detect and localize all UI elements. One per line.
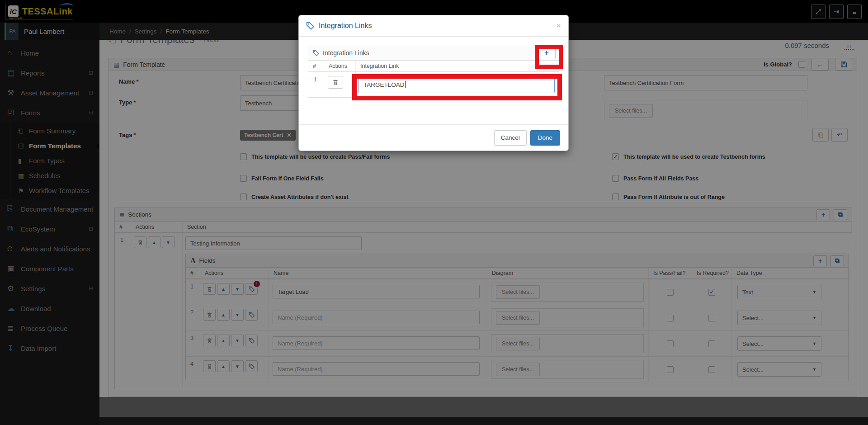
text-cursor	[405, 81, 406, 88]
panel-title: Integration Links	[323, 49, 369, 57]
integration-links-table: Integration Links + # Actions Integratio…	[308, 45, 559, 98]
col-header-num: #	[308, 61, 324, 71]
close-icon[interactable]: ×	[556, 21, 561, 31]
delete-link-button[interactable]	[328, 76, 343, 89]
plus-icon: +	[544, 48, 549, 57]
add-integration-link-button[interactable]: +	[538, 47, 556, 59]
modal-title: Integration Links	[319, 22, 372, 30]
col-header-actions: Actions	[324, 61, 356, 71]
trash-icon	[332, 79, 339, 85]
cancel-button[interactable]: Cancel	[494, 130, 527, 146]
integration-link-input[interactable]: TARGETLOAD	[358, 76, 555, 93]
integration-links-modal: Integration Links × Integration Links + …	[298, 15, 569, 151]
tag-icon	[306, 22, 314, 30]
done-button[interactable]: Done	[530, 130, 560, 146]
col-header-integration-link: Integration Link	[356, 61, 559, 71]
integration-link-row: 1 TARGETLOAD	[308, 72, 559, 97]
tag-icon	[313, 50, 319, 56]
